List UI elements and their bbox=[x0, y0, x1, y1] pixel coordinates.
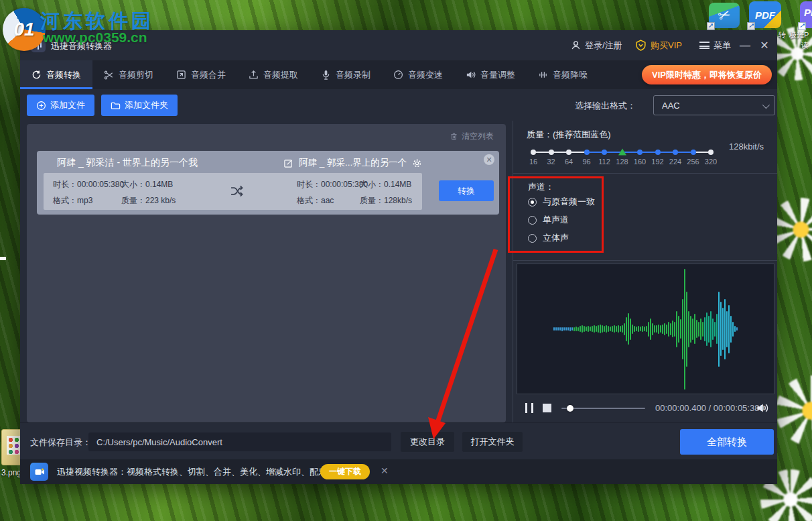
radio-icon bbox=[528, 234, 537, 243]
source-format: 格式：mp3 bbox=[53, 195, 92, 207]
jiguang-pdf-shortcut-icon[interactable]: PD bbox=[800, 1, 812, 28]
trash-icon bbox=[450, 132, 458, 141]
divider bbox=[513, 173, 777, 174]
change-dir-button[interactable]: 更改目录 bbox=[401, 432, 454, 452]
minimize-button[interactable]: — bbox=[737, 30, 753, 60]
radio-mono[interactable]: 单声道 bbox=[528, 214, 569, 226]
target-duration: 时长：00:00:05:380 bbox=[297, 179, 368, 190]
tab-audio-extract[interactable]: 音频提取 bbox=[237, 60, 310, 89]
denoise-icon bbox=[538, 70, 548, 80]
desktop: PDF PD 转 极光P 读 3.png 迅捷音频转换器 登录/注册 购买VIP… bbox=[0, 0, 812, 521]
shortcut-arrow-icon bbox=[747, 22, 755, 30]
source-quality: 质量：223 kb/s bbox=[121, 195, 176, 207]
radio-stereo[interactable]: 立体声 bbox=[528, 232, 569, 244]
shuffle-convert-icon bbox=[230, 184, 245, 198]
add-file-button[interactable]: 添加文件 bbox=[27, 95, 94, 116]
file-details-strip: 时长：00:00:05:380 大小：0.14MB 格式：mp3 质量：223 … bbox=[44, 173, 422, 210]
quality-slider[interactable]: 16326496112128160192224256320 bbox=[533, 146, 711, 169]
clear-list-label: 清空列表 bbox=[462, 131, 494, 142]
pdf-app-shortcut-icon[interactable]: PDF bbox=[749, 1, 781, 28]
open-folder-button[interactable]: 打开文件夹 bbox=[462, 432, 523, 452]
pause-button[interactable] bbox=[525, 403, 533, 413]
remove-file-icon[interactable]: ✕ bbox=[484, 154, 494, 165]
convert-button[interactable]: 转换 bbox=[439, 180, 494, 201]
convert-all-button[interactable]: 全部转换 bbox=[680, 429, 774, 455]
radio-label: 立体声 bbox=[543, 232, 569, 244]
login-button[interactable]: 登录/注册 bbox=[571, 30, 622, 60]
app-title: 迅捷音频转换器 bbox=[51, 40, 112, 52]
tab-label: 音频剪切 bbox=[119, 69, 153, 81]
save-dir-field[interactable]: C:/Users/pc/Music/AudioConvert bbox=[88, 432, 391, 451]
menu-button[interactable]: 菜单 bbox=[699, 30, 731, 60]
one-click-download-button[interactable]: 一键下载 bbox=[320, 464, 370, 479]
shortcut-arrow-icon bbox=[798, 22, 806, 30]
tab-audio-denoise[interactable]: 音频降噪 bbox=[527, 60, 599, 89]
target-quality: 质量：128kb/s bbox=[360, 195, 412, 207]
convert-icon bbox=[31, 70, 42, 80]
tab-bar: 音频转换 音频剪切 音频合并 音频提取 音频录制 音频变速 bbox=[20, 60, 777, 89]
menu-label: 菜单 bbox=[714, 40, 731, 52]
radio-label: 单声道 bbox=[543, 214, 569, 226]
waveform-panel bbox=[517, 264, 774, 394]
settings-side-panel: 质量：(推荐范围蓝色) 1632649611212816019222425632… bbox=[513, 121, 777, 422]
tab-audio-cut[interactable]: 音频剪切 bbox=[92, 60, 165, 89]
video-converter-app-icon bbox=[30, 463, 48, 481]
vip-promo-banner[interactable]: VIP限时特惠，即将恢复原价 bbox=[642, 65, 772, 84]
radio-label: 与原音频一致 bbox=[543, 196, 595, 208]
file-item-card: ✕ 阿肆 _ 郭采洁 - 世界上的另一个我 阿肆 _ 郭采...界上的另一个 时… bbox=[37, 151, 499, 215]
vip-badge-icon bbox=[635, 40, 647, 51]
tab-audio-merge[interactable]: 音频合并 bbox=[165, 60, 237, 89]
add-folder-button[interactable]: 添加文件夹 bbox=[101, 95, 178, 116]
app-window: 迅捷音频转换器 登录/注册 购买VIP 菜单 — ✕ 音频转换 bbox=[20, 30, 777, 484]
stop-button[interactable] bbox=[543, 404, 551, 412]
main-area: 清空列表 ✕ 阿肆 _ 郭采洁 - 世界上的另一个我 阿肆 _ 郭采...界上的… bbox=[20, 121, 777, 422]
channel-label: 声道： bbox=[528, 181, 554, 193]
target-file-head: 阿肆 _ 郭采...界上的另一个 bbox=[283, 157, 422, 169]
source-file-title: 阿肆 _ 郭采洁 - 世界上的另一个我 bbox=[57, 157, 198, 169]
output-format-value: AAC bbox=[662, 101, 680, 111]
jiguang-icon-label-line2: 读 bbox=[801, 40, 809, 50]
pdf-icon-text: PDF bbox=[755, 9, 775, 21]
user-icon bbox=[571, 40, 581, 50]
tab-label: 音频转换 bbox=[46, 69, 81, 81]
tab-audio-speed[interactable]: 音频变速 bbox=[382, 60, 454, 89]
clear-list-button[interactable]: 清空列表 bbox=[450, 131, 494, 142]
app-logo-icon bbox=[31, 38, 46, 52]
tab-audio-record[interactable]: 音频录制 bbox=[310, 60, 382, 89]
buy-vip-label: 购买VIP bbox=[651, 40, 682, 52]
waveform bbox=[553, 264, 738, 394]
gear-icon[interactable] bbox=[412, 158, 422, 168]
output-format-label: 选择输出格式： bbox=[575, 100, 636, 112]
left-edge-mark bbox=[0, 257, 6, 260]
rename-icon[interactable] bbox=[283, 158, 293, 168]
video-cutter-shortcut-icon[interactable] bbox=[709, 3, 740, 28]
add-folder-label: 添加文件夹 bbox=[125, 99, 168, 111]
promo-close-icon[interactable]: ✕ bbox=[381, 465, 389, 476]
volume-icon[interactable] bbox=[756, 402, 768, 414]
buy-vip-button[interactable]: 购买VIP bbox=[635, 30, 682, 60]
pdf2-icon-text: PD bbox=[804, 7, 812, 18]
close-button[interactable]: ✕ bbox=[756, 30, 773, 60]
radio-same-as-source[interactable]: 与原音频一致 bbox=[528, 196, 595, 208]
tab-label: 音频提取 bbox=[263, 69, 298, 81]
playback-time: 00:00:00.400 / 00:00:05:380 bbox=[655, 403, 764, 413]
footer-bar: 文件保存目录： C:/Users/pc/Music/AudioConvert 更… bbox=[20, 422, 777, 459]
add-file-label: 添加文件 bbox=[50, 99, 85, 111]
target-format: 格式：aac bbox=[297, 195, 334, 207]
merge-icon bbox=[176, 70, 186, 80]
scissors-icon bbox=[104, 70, 114, 80]
plus-circle-icon bbox=[36, 101, 46, 111]
image-file-label: 3.png bbox=[1, 468, 21, 477]
quality-label: 质量：(推荐范围蓝色) bbox=[527, 129, 611, 141]
output-format-select[interactable]: AAC bbox=[653, 95, 775, 115]
radio-icon bbox=[528, 198, 537, 207]
seek-handle[interactable] bbox=[567, 405, 573, 412]
extract-icon bbox=[249, 70, 259, 80]
target-size: 大小：0.14MB bbox=[360, 179, 411, 190]
radio-icon bbox=[528, 216, 537, 225]
seek-slider[interactable] bbox=[561, 408, 645, 409]
folder-icon bbox=[111, 101, 121, 111]
hamburger-icon bbox=[699, 42, 709, 49]
tab-volume-adjust[interactable]: 音量调整 bbox=[454, 60, 527, 89]
tab-audio-convert[interactable]: 音频转换 bbox=[20, 60, 92, 89]
